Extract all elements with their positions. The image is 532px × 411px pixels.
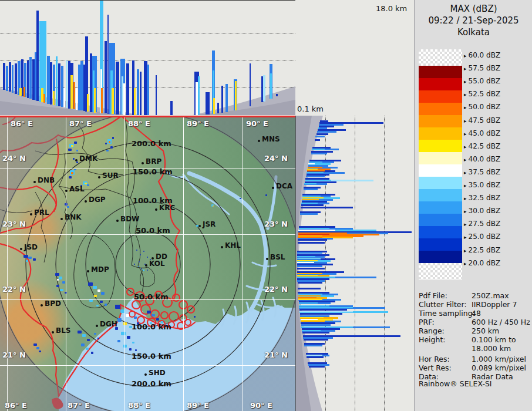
profile-bar: [66, 60, 68, 108]
height-axis-min-label: 0.1 km: [297, 105, 324, 113]
city-label: DGP: [89, 196, 106, 204]
profile-bar-core: [298, 234, 329, 235]
legend-value-label: ▸50.0 dBZ: [464, 103, 500, 111]
arrow-marker-icon: ▸: [464, 105, 467, 110]
profile-bar: [221, 86, 223, 113]
profile-bar-core: [299, 307, 353, 308]
range-ring-label: 100.0 km: [132, 322, 171, 331]
latitude-label: 21° N: [264, 351, 288, 359]
top-profile-echo-bars: [0, 0, 295, 116]
range-ring-label: 50.0 km: [136, 226, 170, 235]
legend-color-band: [419, 238, 462, 251]
profile-bar: [9, 62, 11, 92]
arrow-marker-icon: ▸: [464, 92, 467, 97]
range-ring-label: 200.0 km: [132, 379, 171, 388]
longitude-label: 88° E: [128, 119, 150, 128]
city-label: DMK: [79, 154, 97, 163]
arrow-marker-icon: ▸: [464, 261, 467, 267]
legend-color-band: [419, 78, 462, 90]
profile-bar-core: [53, 91, 55, 105]
profile-bar-core: [87, 94, 89, 112]
profile-bar-core: [73, 82, 75, 109]
city-dot: [20, 248, 22, 250]
profile-bar-core: [213, 98, 215, 114]
radar-map-panel: 86° E87° E88° E89° E90° E86° E87° E88° E…: [0, 116, 295, 411]
profile-bar-core: [297, 262, 314, 263]
profile-bar-core: [297, 258, 321, 260]
legend-color-band: [419, 201, 462, 214]
profile-bar: [276, 94, 278, 96]
profile-bar-core: [301, 321, 325, 322]
profile-bar: [299, 309, 347, 311]
profile-bar: [304, 345, 322, 346]
city-dot: [198, 225, 201, 227]
legend-value-label: ▸52.5 dBZ: [464, 90, 500, 98]
city-label: KHL: [225, 241, 241, 250]
city-dot: [98, 176, 100, 178]
profile-bar-core: [94, 88, 96, 113]
legend-color-band: [419, 189, 462, 201]
profile-bar: [307, 356, 324, 358]
right-profile-echo-bars: [296, 116, 415, 411]
longitude-label: 89° E: [187, 119, 209, 128]
city-dot: [87, 270, 89, 272]
profile-bar: [304, 339, 328, 341]
profile-bar: [36, 11, 39, 101]
profile-bar-core: [301, 319, 318, 320]
profile-bar-core: [70, 75, 73, 109]
profile-bar-core: [298, 297, 316, 298]
profile-bar-core: [305, 180, 331, 181]
profile-bar: [301, 204, 324, 206]
profile-bar-core: [298, 295, 321, 297]
longitude-label: 86° E: [11, 119, 33, 128]
metadata-field-value: 0.100 km to: [472, 335, 516, 344]
station-name: Kolkata: [415, 27, 532, 38]
range-ring-label: 200.0 km: [132, 139, 171, 148]
arrow-marker-icon: ▸: [464, 234, 467, 240]
profile-bar: [105, 41, 107, 113]
profile-bar: [301, 207, 353, 208]
profile-bar: [147, 65, 149, 115]
legend-color-band: [419, 152, 462, 164]
metadata-field-label: Time sampling:: [419, 309, 475, 318]
profile-bar: [58, 63, 60, 106]
longitude-label: 90° E: [246, 119, 268, 128]
legend-value-label: ▸40.0 dBZ: [464, 155, 500, 163]
city-label: SUR: [102, 171, 119, 180]
profile-bar: [306, 176, 325, 177]
legend-color-band: [419, 90, 462, 103]
metadata-field-value: 1.000 km/pixel: [472, 355, 526, 363]
city-dot: [85, 200, 87, 203]
city-dot: [272, 187, 274, 189]
range-ring-label: 50.0 km: [134, 292, 169, 301]
profile-bar-core: [312, 149, 325, 150]
longitude-label: 86° E: [5, 401, 27, 410]
metadata-field-label: Clutter Filter:: [419, 300, 467, 309]
arrow-marker-icon: ▸: [464, 53, 467, 59]
city-label: KRC: [159, 204, 175, 212]
profile-bar-core: [297, 260, 318, 261]
city-label: BLS: [56, 326, 70, 335]
metadata-field-value: 600 Hz / 450 Hz: [472, 318, 530, 326]
metadata-field-value: IIRDoppler 7: [472, 300, 517, 309]
profile-bar: [315, 139, 320, 141]
arrow-marker-icon: ▸: [464, 221, 467, 227]
latitude-label: 24° N: [264, 154, 288, 163]
profile-bar: [298, 282, 322, 284]
profile-bar: [126, 63, 129, 115]
legend-checker-band: [419, 49, 462, 66]
legend-color-band: [419, 103, 462, 115]
metadata-field-value: 250Z.max: [472, 291, 509, 300]
legend-color-band: [419, 177, 462, 189]
profile-bar: [298, 288, 321, 289]
profile-bar: [250, 63, 251, 106]
profile-bar: [263, 75, 265, 102]
profile-bar-core: [23, 87, 25, 97]
legend-value-label: ▸22.5 dBZ: [464, 246, 500, 254]
profile-bar-core: [307, 170, 325, 171]
longitude-label: 87° E: [68, 401, 90, 410]
metadata-field-value: 0.089 km/pixel: [472, 363, 526, 372]
city-label: MDP: [91, 265, 109, 274]
legend-color-band: [419, 164, 462, 177]
profile-bar: [297, 268, 325, 269]
